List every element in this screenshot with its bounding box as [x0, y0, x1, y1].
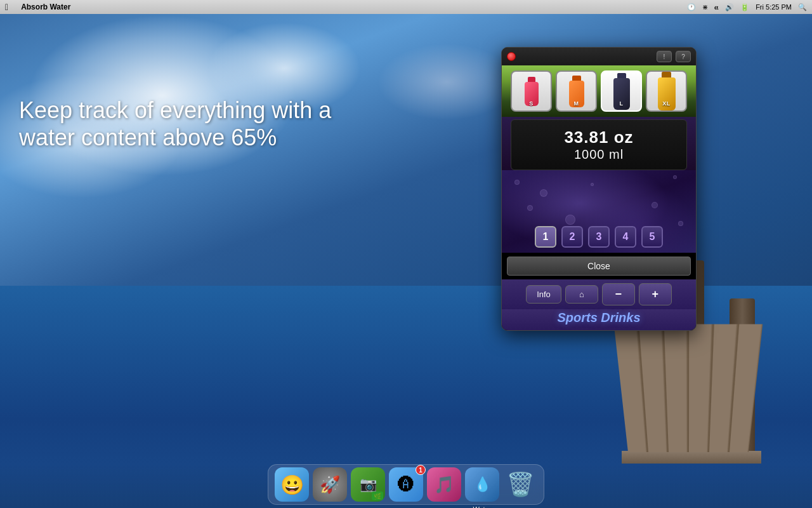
- bottom-toolbar: Info ⌂ − +: [502, 279, 696, 309]
- home-button[interactable]: ⌂: [565, 285, 598, 304]
- bottle-size-m[interactable]: M: [556, 70, 597, 112]
- dock-finder[interactable]: 😀: [275, 467, 309, 502]
- drop-4: [652, 202, 658, 208]
- page-tab-2[interactable]: 2: [561, 226, 583, 248]
- widget-action-buttons: ! ?: [657, 51, 691, 62]
- dock-shelf: 😀 🚀 📷 🌿 🅐 1 🎵: [268, 464, 544, 505]
- oz-display: 33.81 oz: [516, 128, 681, 147]
- app-widget: ! ? S: [501, 47, 697, 331]
- info-button[interactable]: Info: [526, 285, 561, 304]
- plus-button[interactable]: +: [639, 283, 672, 305]
- menu-bar:  Absorb Water 🕐 ⋇ 𝛂 🔊 🔋 Fri 5:25 PM 🔍: [0, 0, 812, 14]
- drop-8: [527, 205, 533, 211]
- bluetooth-icon: ⋇: [702, 3, 708, 11]
- drop-3: [673, 175, 677, 179]
- background: Keep track of everything with a water co…: [0, 14, 812, 508]
- menu-bar-left:  Absorb Water: [5, 2, 70, 12]
- close-window-button[interactable]: [507, 52, 516, 61]
- tagline-line1: Keep track of everything with a: [19, 97, 331, 123]
- dock-water-app[interactable]: 💧 Water: [465, 467, 499, 502]
- main-tagline: Keep track of everything with a water co…: [19, 97, 331, 151]
- dock-water-label: Water: [473, 505, 492, 508]
- close-button-area: Close: [502, 253, 696, 279]
- bottle-size-l[interactable]: L: [601, 70, 642, 112]
- app-store-badge: 1: [416, 465, 426, 475]
- amount-display: 33.81 oz 1000 ml: [511, 119, 687, 170]
- page-tab-5[interactable]: 5: [641, 226, 663, 248]
- time-machine-icon: 🕐: [687, 3, 696, 11]
- menu-bar-right: 🕐 ⋇ 𝛂 🔊 🔋 Fri 5:25 PM 🔍: [687, 3, 807, 11]
- dock: 😀 🚀 📷 🌿 🅐 1 🎵: [0, 464, 812, 508]
- bottle-selector: S M L: [502, 65, 696, 117]
- dock-itunes[interactable]: 🎵: [427, 467, 461, 502]
- drop-7: [591, 183, 594, 186]
- page-tab-3[interactable]: 3: [588, 226, 610, 248]
- tagline-line2: water content above 65%: [19, 124, 277, 150]
- apple-logo[interactable]: : [5, 2, 8, 12]
- dock-trash[interactable]: 🗑️: [503, 467, 537, 502]
- dock-image-capture[interactable]: 📷 🌿: [351, 467, 385, 502]
- page-tab-1[interactable]: 1: [535, 226, 556, 248]
- ml-display: 1000 ml: [516, 147, 681, 162]
- pier-planks: [614, 324, 763, 452]
- category-label-area: Sports Drinks: [502, 309, 696, 330]
- drop-2: [540, 189, 547, 197]
- close-button[interactable]: Close: [507, 257, 691, 276]
- help-titlebar-button[interactable]: ?: [676, 51, 691, 62]
- bottle-size-s[interactable]: S: [511, 70, 552, 112]
- app-name[interactable]: Absorb Water: [21, 3, 70, 11]
- widget-titlebar: ! ?: [502, 48, 696, 65]
- minus-button[interactable]: −: [602, 283, 635, 305]
- drop-6: [678, 221, 683, 226]
- info-titlebar-button[interactable]: !: [657, 51, 672, 62]
- pier-deck: [622, 451, 761, 464]
- volume-icon: 🔊: [725, 3, 734, 11]
- dock-launchpad[interactable]: 🚀: [313, 467, 347, 502]
- search-icon[interactable]: 🔍: [798, 3, 807, 11]
- dock-app-store[interactable]: 🅐 1: [389, 467, 423, 502]
- bottle-size-xl[interactable]: XL: [646, 70, 687, 112]
- clock-time: Fri 5:25 PM: [756, 3, 792, 11]
- page-tabs: 1 2 3 4 5: [502, 226, 696, 248]
- page-tab-4[interactable]: 4: [615, 226, 636, 248]
- droplets-area: 1 2 3 4 5: [502, 170, 696, 253]
- drop-1: [514, 180, 520, 185]
- wifi-icon: 𝛂: [714, 3, 719, 11]
- category-label: Sports Drinks: [507, 311, 691, 325]
- drop-5: [565, 215, 575, 225]
- home-icon: ⌂: [579, 290, 584, 299]
- battery-icon: 🔋: [740, 3, 749, 11]
